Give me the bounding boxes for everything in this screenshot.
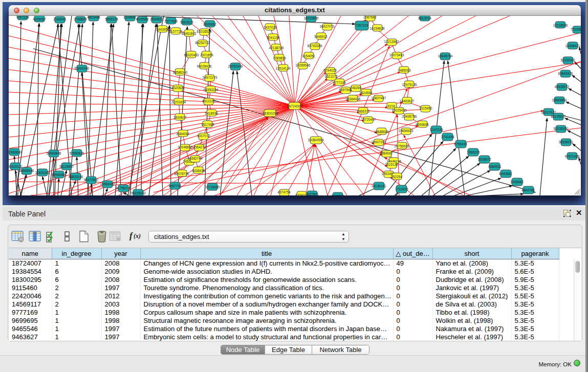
svg-text:4842788: 4842788 <box>521 188 535 192</box>
svg-text:38538251: 38538251 <box>559 140 574 144</box>
svg-text:84252722: 84252722 <box>195 41 210 45</box>
svg-text:12614124: 12614124 <box>276 67 291 70</box>
svg-text:26053346: 26053346 <box>228 64 243 68</box>
svg-text:4905582: 4905582 <box>136 17 149 21</box>
svg-text:2087682: 2087682 <box>363 16 377 19</box>
svg-text:16648784: 16648784 <box>438 54 453 58</box>
svg-text:18300295: 18300295 <box>262 112 278 115</box>
svg-text:9777169: 9777169 <box>333 81 346 84</box>
svg-text:18724007: 18724007 <box>287 104 302 108</box>
svg-text:10688609: 10688609 <box>374 130 389 134</box>
svg-text:2694522: 2694522 <box>150 17 163 21</box>
svg-text:83793389: 83793389 <box>308 44 322 48</box>
svg-text:97971488: 97971488 <box>565 155 580 158</box>
svg-text:89978790: 89978790 <box>175 172 189 176</box>
svg-text:77005685: 77005685 <box>571 28 581 31</box>
svg-text:7067228: 7067228 <box>16 16 29 19</box>
svg-text:5446912: 5446912 <box>314 35 328 38</box>
svg-text:2921859: 2921859 <box>200 53 213 57</box>
svg-text:5663623: 5663623 <box>180 20 193 24</box>
svg-text:7366205: 7366205 <box>467 150 480 154</box>
svg-text:10025433: 10025433 <box>392 108 407 112</box>
svg-text:12975135: 12975135 <box>402 83 417 86</box>
svg-text:81016525: 81016525 <box>197 30 212 33</box>
svg-text:3741438: 3741438 <box>441 135 454 139</box>
svg-text:1615132: 1615132 <box>385 163 398 166</box>
svg-text:95225343: 95225343 <box>131 191 146 195</box>
svg-text:3564217: 3564217 <box>193 145 206 149</box>
svg-text:3684052: 3684052 <box>176 132 189 136</box>
svg-text:3824554: 3824554 <box>359 91 373 95</box>
svg-text:19384554: 19384554 <box>308 138 323 142</box>
svg-text:32969840: 32969840 <box>9 150 22 154</box>
svg-text:6229731: 6229731 <box>295 193 309 195</box>
svg-text:(x): (x) <box>134 232 141 239</box>
svg-text:31682744: 31682744 <box>188 157 203 160</box>
svg-text:57683626: 57683626 <box>70 151 84 155</box>
svg-text:746266: 746266 <box>350 86 361 90</box>
svg-text:45833156: 45833156 <box>69 175 83 179</box>
svg-text:9699695: 9699695 <box>416 123 429 126</box>
svg-text:38427073: 38427073 <box>320 25 335 28</box>
svg-text:58586340: 58586340 <box>173 71 188 74</box>
svg-text:42138745: 42138745 <box>269 46 284 50</box>
svg-text:8755439: 8755439 <box>454 142 467 146</box>
svg-text:1713426: 1713426 <box>395 187 408 191</box>
svg-text:5137722: 5137722 <box>169 30 182 33</box>
svg-text:52235350: 52235350 <box>554 127 569 130</box>
svg-text:6007072: 6007072 <box>197 134 210 138</box>
svg-text:68353204: 68353204 <box>204 88 219 92</box>
svg-text:38119557: 38119557 <box>59 165 74 168</box>
svg-text:2338687: 2338687 <box>123 16 137 19</box>
svg-text:4823498: 4823498 <box>87 16 100 19</box>
svg-text:22201654: 22201654 <box>171 100 186 104</box>
svg-text:5107245: 5107245 <box>430 128 443 132</box>
svg-text:9115460: 9115460 <box>420 106 432 110</box>
svg-text:95320121: 95320121 <box>9 165 23 168</box>
svg-text:6216: 6216 <box>388 104 396 108</box>
svg-text:3320821: 3320821 <box>171 86 185 90</box>
svg-text:3154051: 3154051 <box>302 54 315 58</box>
svg-text:1621072: 1621072 <box>324 75 338 78</box>
svg-text:52339391: 52339391 <box>561 58 576 62</box>
svg-text:9657791: 9657791 <box>168 184 182 188</box>
svg-text:20364436: 20364436 <box>346 97 361 101</box>
svg-text:6794023: 6794023 <box>323 69 337 72</box>
svg-text:14308421: 14308421 <box>565 44 580 48</box>
svg-text:7866372: 7866372 <box>357 110 370 113</box>
svg-text:18907249: 18907249 <box>372 140 386 144</box>
svg-text:7357224: 7357224 <box>355 24 368 27</box>
svg-text:4226067: 4226067 <box>33 17 46 21</box>
svg-text:9884067: 9884067 <box>380 151 393 155</box>
svg-text:5443951: 5443951 <box>156 28 169 31</box>
svg-text:19289546: 19289546 <box>296 63 311 67</box>
svg-text:15720407: 15720407 <box>361 118 376 121</box>
svg-text:19583482: 19583482 <box>100 182 115 186</box>
svg-text:252254: 252254 <box>391 175 402 179</box>
svg-text:18883684: 18883684 <box>552 98 567 102</box>
svg-text:2839607: 2839607 <box>173 116 187 119</box>
svg-text:8612220: 8612220 <box>202 99 215 103</box>
svg-text:7485063: 7485063 <box>398 69 411 72</box>
svg-text:96028436: 96028436 <box>197 64 212 68</box>
svg-text:20756928: 20756928 <box>395 144 409 148</box>
svg-text:99949389: 99949389 <box>52 173 67 177</box>
svg-text:6440561: 6440561 <box>499 172 512 176</box>
svg-text:59684848: 59684848 <box>47 151 61 155</box>
svg-text:16154838: 16154838 <box>370 27 385 30</box>
svg-text:4374754: 4374754 <box>277 190 291 194</box>
svg-text:24972279: 24972279 <box>203 76 217 79</box>
svg-text:96977837: 96977837 <box>84 178 99 182</box>
svg-text:6438436: 6438436 <box>192 169 205 172</box>
svg-text:14463627: 14463627 <box>400 99 415 103</box>
svg-text:2437026: 2437026 <box>264 26 277 29</box>
svg-text:19654923: 19654923 <box>399 129 413 133</box>
svg-text:1768805: 1768805 <box>74 17 87 21</box>
svg-text:7089806: 7089806 <box>273 56 286 60</box>
svg-text:1938483: 1938483 <box>510 180 524 184</box>
svg-text:63843426: 63843426 <box>558 72 573 75</box>
svg-text:91756179: 91756179 <box>116 186 131 190</box>
svg-text:86125617: 86125617 <box>551 115 566 118</box>
svg-text:10807487: 10807487 <box>372 96 386 100</box>
svg-text:4684531: 4684531 <box>488 165 502 168</box>
